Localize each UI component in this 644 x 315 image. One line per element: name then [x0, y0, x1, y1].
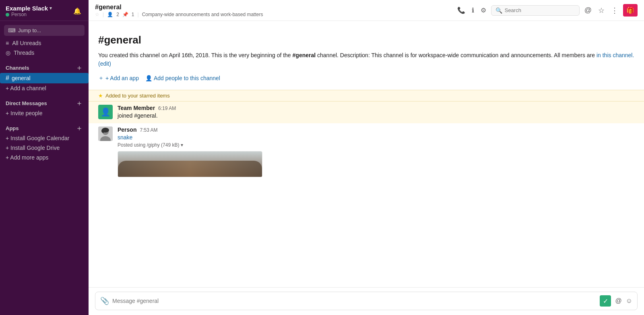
- settings-icon-btn[interactable]: ⚙: [479, 5, 488, 16]
- person-avatar-svg: [98, 126, 113, 141]
- add-channel-icon-btn[interactable]: ＋: [76, 64, 83, 71]
- message-author: Team Member: [118, 105, 155, 111]
- member-icon: 👤: [107, 12, 113, 17]
- giphy-subtext: Posted using /giphy (749 kB): [118, 142, 179, 148]
- search-input[interactable]: [505, 7, 575, 13]
- add-app-label: + Add an app: [105, 75, 139, 81]
- jump-to-button[interactable]: ⌨ Jump to...: [4, 25, 85, 36]
- install-google-drive-button[interactable]: + Install Google Drive: [0, 143, 89, 153]
- channel-title: #general: [95, 4, 263, 11]
- add-channel-button[interactable]: + Add a channel: [0, 83, 89, 93]
- star-divider-icon: ★: [98, 93, 103, 99]
- messages-list: ★ Added to your starred items 👤 Team Mem…: [89, 90, 644, 287]
- attach-button[interactable]: 📎: [100, 296, 109, 305]
- message-text: joined #general.: [118, 112, 634, 120]
- message-meta: Team Member 6:19 AM: [118, 105, 634, 111]
- install-google-drive-label: + Install Google Drive: [6, 145, 60, 151]
- add-apps-icon-btn[interactable]: ＋: [76, 124, 83, 132]
- apps-section-label: Apps: [6, 125, 19, 131]
- emoji-input-btn[interactable]: ☺: [626, 297, 632, 305]
- invite-people-button[interactable]: + Invite people: [0, 108, 89, 118]
- bell-icon[interactable]: 🔔: [72, 6, 83, 17]
- workspace-name[interactable]: Example Slack ▾: [6, 5, 52, 12]
- giphy-placeholder: [118, 151, 262, 177]
- pin-icon: 📌: [122, 12, 128, 17]
- message-input[interactable]: [112, 298, 597, 304]
- snake-image: [118, 161, 262, 177]
- channel-intro-actions: ＋ + Add an app 👤 Add people to this chan…: [98, 75, 634, 82]
- channel-intro-body: You created this channel on April 16th, …: [98, 51, 634, 68]
- threads-label: Threads: [14, 50, 34, 56]
- add-people-link[interactable]: 👤 Add people to this channel: [145, 75, 220, 81]
- workspace-title: Example Slack: [6, 5, 48, 12]
- install-google-calendar-label: + Install Google Calendar: [6, 135, 69, 141]
- more-icon-btn[interactable]: ⋮: [609, 4, 620, 17]
- jump-to-icon: ⌨: [8, 27, 16, 33]
- sidebar-channel-general[interactable]: # general: [0, 73, 89, 83]
- channel-intro-heading: #general: [98, 34, 634, 46]
- search-bar: 🔍: [491, 5, 580, 16]
- separator-2: |: [138, 12, 139, 17]
- add-dm-icon-btn[interactable]: ＋: [76, 99, 83, 107]
- sidebar-item-threads[interactable]: ◎ Threads: [0, 48, 89, 58]
- caret-icon[interactable]: ▾: [181, 142, 183, 148]
- add-channel-label: + Add a channel: [6, 85, 46, 91]
- invite-people-label: + Invite people: [6, 110, 42, 116]
- add-app-icon: ＋: [98, 75, 104, 82]
- message-time: 6:19 AM: [158, 106, 176, 111]
- add-more-apps-label: + Add more apps: [6, 154, 48, 161]
- message-time: 7:53 AM: [140, 127, 157, 133]
- intro-body-middle: channel. Description: This channel is fo…: [316, 52, 597, 58]
- info-icon-btn[interactable]: ℹ: [470, 5, 476, 16]
- channel-meta: ☆ | 👤 2 📌 1 | Company-wide announcements…: [95, 12, 263, 17]
- apps-section-header: Apps ＋: [0, 118, 89, 133]
- add-app-link[interactable]: ＋ + Add an app: [98, 75, 139, 82]
- gift-button[interactable]: 🎁: [623, 4, 638, 17]
- install-google-calendar-button[interactable]: + Install Google Calendar: [0, 133, 89, 143]
- threads-icon: ◎: [6, 50, 10, 56]
- sidebar-item-all-unreads[interactable]: ≡ All Unreads: [0, 38, 89, 48]
- separator-1: |: [103, 12, 104, 17]
- channel-intro: #general You created this channel on Apr…: [89, 21, 644, 90]
- edit-link[interactable]: (edit): [98, 60, 111, 67]
- message-body: Person 7:53 AM snake Posted using /giphy…: [118, 126, 634, 178]
- message-item: 👤 Team Member 6:19 AM joined #general.: [89, 102, 644, 123]
- direct-messages-label: Direct Messages: [6, 100, 47, 106]
- add-people-label: Add people to this channel: [154, 75, 220, 81]
- user-label: Person: [6, 12, 52, 17]
- all-unreads-icon: ≡: [6, 40, 9, 46]
- add-people-icon: 👤: [145, 75, 152, 81]
- at-icon-btn[interactable]: @: [583, 4, 593, 16]
- divider-text: Added to your starred items: [105, 93, 170, 99]
- channel-bold: #general: [293, 52, 316, 58]
- avatar: 👤: [98, 105, 113, 119]
- giphy-link[interactable]: snake: [118, 134, 132, 141]
- giphy-image-container: [118, 151, 262, 177]
- status-dot: [6, 13, 9, 17]
- input-right-icons: ✓ @ ☺: [600, 295, 632, 307]
- message-text: snake: [118, 134, 634, 142]
- at-input-btn[interactable]: @: [615, 297, 621, 305]
- svg-point-4: [101, 129, 105, 133]
- starred-divider: ★ Added to your starred items: [89, 90, 644, 102]
- message-text-content: joined #general.: [118, 112, 158, 119]
- message-subtext: Posted using /giphy (749 kB) ▾: [118, 142, 634, 148]
- add-more-apps-button[interactable]: + Add more apps: [0, 153, 89, 162]
- message-item: Person 7:53 AM snake Posted using /giphy…: [89, 123, 644, 181]
- all-unreads-label: All Unreads: [12, 40, 41, 46]
- star-icon-btn[interactable]: ☆: [597, 4, 606, 17]
- intro-member-link[interactable]: in this channel.: [597, 52, 634, 58]
- channel-description: Company-wide announcements and work-base…: [142, 12, 263, 17]
- channels-section-label: Channels: [6, 65, 29, 71]
- channels-section-header: Channels ＋: [0, 58, 89, 73]
- send-button[interactable]: ✓: [600, 295, 611, 307]
- team-avatar-icon: 👤: [101, 107, 111, 117]
- channel-star-icon[interactable]: ☆: [95, 12, 99, 17]
- avatar: [98, 126, 113, 141]
- channel-name-general: general: [12, 75, 31, 81]
- topbar: #general ☆ | 👤 2 📌 1 | Company-wide anno…: [89, 0, 644, 21]
- intro-body-start: You created this channel on April 16th, …: [98, 52, 293, 58]
- message-author: Person: [118, 126, 136, 133]
- sidebar: Example Slack ▾ Person 🔔 ⌨ Jump to... ≡ …: [0, 0, 89, 315]
- phone-icon-btn[interactable]: 📞: [456, 5, 467, 16]
